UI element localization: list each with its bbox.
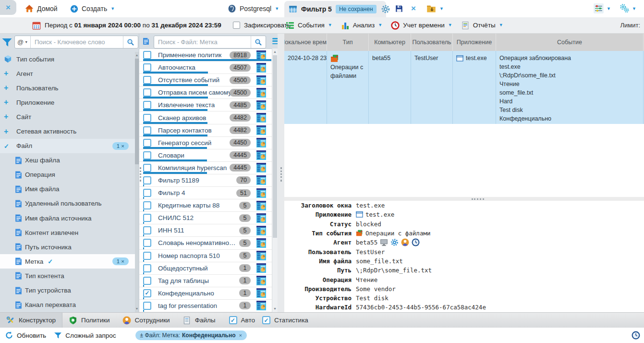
- tag-row[interactable]: Автоочистка4507: [139, 61, 272, 74]
- active-filter-chip[interactable]: ± Файл: Метка: Конфеденциально ×: [135, 331, 247, 340]
- sidebar-item[interactable]: Тип устройства: [0, 283, 135, 298]
- chart-tile-icon[interactable]: [256, 276, 266, 285]
- chart-tile-icon[interactable]: [256, 113, 266, 122]
- collapsed-panel-tab[interactable]: ×: [0, 0, 16, 15]
- tag-row[interactable]: СНИЛС 5125: [139, 212, 272, 224]
- gear-icon[interactable]: [381, 5, 390, 13]
- sidebar-item[interactable]: Тип события: [0, 52, 135, 66]
- folder-download-icon[interactable]: [426, 4, 436, 13]
- chart-tile-icon[interactable]: [256, 88, 266, 98]
- tag-checkbox[interactable]: [143, 226, 151, 234]
- expand-plus-icon[interactable]: +: [4, 127, 8, 136]
- chart-tile-icon[interactable]: [256, 226, 266, 235]
- bottom-checkbox-item[interactable]: ✓Статистика: [262, 316, 308, 324]
- fix-period-checkbox[interactable]: [233, 22, 240, 29]
- tag-checkbox[interactable]: [143, 176, 151, 184]
- tag-checkbox[interactable]: [143, 88, 151, 97]
- tag-checkbox[interactable]: [143, 264, 151, 272]
- sidebar-item[interactable]: Имя файла: [0, 182, 135, 196]
- tag-row[interactable]: Сканер архивов4482: [139, 111, 272, 124]
- sidebar-item[interactable]: Путь источника: [0, 240, 135, 254]
- gears-icon[interactable]: [620, 3, 630, 13]
- column-header-2[interactable]: Тип: [327, 34, 369, 51]
- tag-row[interactable]: Кредитные карты 885: [139, 199, 272, 212]
- expand-plus-icon[interactable]: +: [4, 69, 8, 78]
- save-icon[interactable]: [395, 4, 403, 13]
- tag-checkbox[interactable]: [143, 239, 151, 247]
- period-selector[interactable]: Период с 01 января 2024 00:00 по 31 дека…: [32, 17, 291, 33]
- vertical-splitter[interactable]: [278, 34, 284, 312]
- expand-plus-icon[interactable]: +: [4, 112, 8, 121]
- tag-row[interactable]: Фильтр 451: [139, 187, 272, 199]
- tag-checkbox[interactable]: ✓: [143, 289, 151, 297]
- splitter-drag-handle[interactable]: [472, 198, 484, 200]
- tag-checkbox[interactable]: [143, 114, 151, 122]
- sidebar-item[interactable]: +Приложение: [0, 95, 135, 110]
- tag-row[interactable]: tag for pressentation1: [139, 300, 272, 312]
- chart-tile-icon[interactable]: [256, 75, 266, 85]
- tag-row[interactable]: Парсер контактов4482: [139, 124, 272, 137]
- refresh-button[interactable]: Обновить: [5, 331, 46, 340]
- chart-tile-icon[interactable]: [256, 50, 266, 60]
- chart-tile-icon[interactable]: [256, 263, 266, 273]
- tag-row[interactable]: ИНН 5115: [139, 224, 272, 237]
- tag-search-input[interactable]: [154, 36, 251, 48]
- complex-query-button[interactable]: Сложный запрос: [54, 331, 116, 340]
- chevron-down-icon[interactable]: ▼: [439, 7, 444, 11]
- scrollbar-thumb[interactable]: [273, 55, 277, 238]
- tag-checkbox[interactable]: [143, 51, 151, 59]
- tag-row[interactable]: Номер паспорта 5105: [139, 250, 272, 262]
- chevron-down-icon[interactable]: ▼: [632, 7, 636, 11]
- database-selector[interactable]: Postgresql ▼: [228, 0, 279, 17]
- column-header-1[interactable]: Локальное время: [284, 34, 327, 51]
- tag-checkbox[interactable]: [143, 63, 151, 72]
- sidebar-scrollbar[interactable]: ▲ ▼: [135, 52, 139, 312]
- splitter-drag-handle[interactable]: [280, 167, 282, 182]
- column-header-3[interactable]: Компьютер: [369, 34, 411, 51]
- tab-user-orange[interactable]: Сотрудники: [116, 313, 176, 328]
- tag-list-scrollbar[interactable]: ▲ ▼: [272, 49, 278, 312]
- sidebar-item[interactable]: Метка✓1 ×: [0, 254, 135, 269]
- tag-row[interactable]: Извлечение текста4485: [139, 99, 272, 111]
- column-header-4[interactable]: Пользователь: [411, 34, 453, 51]
- sidebar-item[interactable]: +Агент: [0, 66, 135, 81]
- tab-tools[interactable]: Конструктор: [0, 313, 62, 328]
- tag-row[interactable]: Фильтр 5118970: [139, 174, 272, 187]
- sliders-icon[interactable]: [594, 3, 604, 13]
- chip-remove-icon[interactable]: ×: [239, 332, 242, 338]
- panel-drag-handle[interactable]: [140, 167, 141, 182]
- menu-clock-red[interactable]: Учет времени▼: [391, 21, 452, 30]
- keyword-search-input[interactable]: [31, 36, 123, 48]
- tag-checkbox[interactable]: [143, 151, 151, 159]
- menu-events[interactable]: События▼: [286, 21, 332, 30]
- event-row[interactable]: 2024-10-28 23:15Операции с файламиbeta55…: [284, 51, 644, 124]
- menu-report[interactable]: Отчёты▼: [461, 21, 503, 30]
- chart-tile-icon[interactable]: [256, 301, 266, 310]
- column-header-6[interactable]: Событие: [496, 34, 644, 51]
- chart-tile-icon[interactable]: [256, 175, 266, 185]
- chart-tile-icon[interactable]: [256, 100, 266, 110]
- column-header-5[interactable]: Приложение: [453, 34, 496, 51]
- tag-checkbox[interactable]: [143, 139, 151, 147]
- checkbox[interactable]: ✓: [229, 316, 237, 324]
- expand-plus-icon[interactable]: +: [4, 84, 8, 92]
- close-tab-icon[interactable]: ×: [411, 4, 416, 13]
- sidebar-item[interactable]: +Пользователь: [0, 81, 135, 95]
- tag-checkbox[interactable]: [143, 126, 151, 135]
- tag-checkbox[interactable]: [143, 252, 151, 260]
- checkbox[interactable]: ✓: [262, 316, 270, 324]
- chart-tile-icon[interactable]: [256, 238, 266, 248]
- search-button[interactable]: [123, 36, 138, 48]
- search-mode-select[interactable]: @▼: [15, 36, 31, 48]
- tag-row[interactable]: Общедоступный1: [139, 262, 272, 275]
- sidebar-item[interactable]: Удаленный пользователь: [0, 196, 135, 211]
- chart-tile-icon[interactable]: [256, 150, 266, 160]
- menu-barchart[interactable]: Анализ▼: [341, 21, 383, 30]
- chart-tile-icon[interactable]: [256, 201, 266, 210]
- chart-tile-icon[interactable]: [256, 63, 266, 73]
- tag-checkbox[interactable]: [143, 214, 151, 222]
- close-icon[interactable]: ×: [6, 3, 11, 12]
- tag-row[interactable]: Генератор сессий4450: [139, 137, 272, 149]
- create-button[interactable]: Создать ▼: [70, 0, 115, 17]
- filter-count-badge[interactable]: 1 ×: [112, 257, 129, 265]
